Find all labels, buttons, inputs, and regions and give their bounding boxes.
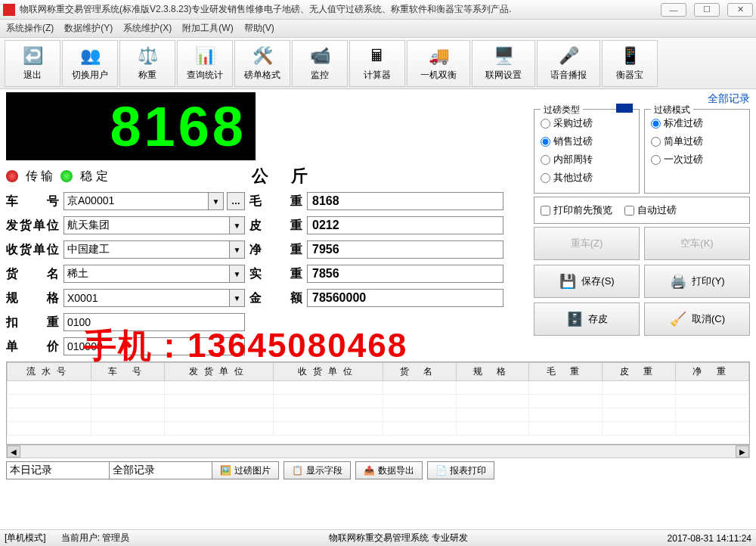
price-input[interactable] [64, 337, 245, 355]
tare-value[interactable]: 0212 [307, 216, 503, 234]
tb-network[interactable]: 🖥️联网设置 [472, 40, 535, 87]
goods-label: 货 名 [6, 266, 59, 282]
mode-simple[interactable]: 简单过磅 [651, 132, 743, 150]
auto-checkbox[interactable]: 自动过磅 [624, 203, 677, 217]
transmit-label: 传 输 [26, 169, 53, 185]
gross-label: 毛 重 [249, 194, 302, 209]
table-row [8, 408, 749, 422]
mode-once[interactable]: 一次过磅 [651, 150, 743, 169]
toolbar: ↩️退出 👥切换用户 ⚖️称重 📊查询统计 🛠️磅单格式 📹监控 🖩计算器 🚚一… [0, 38, 756, 89]
col-header[interactable]: 车 号 [91, 363, 165, 381]
deduct-input[interactable] [64, 313, 245, 331]
storetare-button[interactable]: 🗄️存皮 [534, 302, 640, 336]
tb-voice[interactable]: 🎤语音播报 [537, 40, 600, 87]
col-header[interactable]: 收货单位 [274, 363, 383, 381]
receiver-dropdown[interactable]: ▼ [230, 240, 245, 259]
receiver-input[interactable] [64, 240, 230, 259]
tb-exit[interactable]: ↩️退出 [5, 40, 60, 87]
mode-standard[interactable]: 标准过磅 [651, 114, 743, 132]
type-internal[interactable]: 内部周转 [541, 150, 633, 169]
content: 8168 传 输 稳 定 公 斤 车 号 ▼… 毛 重 8168 发货单位 ▼ … [0, 89, 756, 529]
menu-system[interactable]: 系统操作(Z) [6, 22, 54, 35]
close-button[interactable]: ✕ [727, 3, 753, 17]
carno-more[interactable]: … [227, 192, 245, 210]
col-header[interactable]: 发货单位 [165, 363, 274, 381]
calc-icon: 🖩 [365, 45, 389, 67]
report-icon: 📄 [435, 465, 447, 476]
empty-button[interactable]: 空车(K) [644, 227, 750, 260]
type-purchase[interactable]: 采购过磅 [541, 114, 633, 132]
menu-tools[interactable]: 附加工具(W) [182, 22, 233, 35]
scroll-right[interactable]: ▶ [736, 445, 749, 458]
col-header[interactable]: 皮 重 [603, 363, 676, 381]
sender-dropdown[interactable]: ▼ [230, 216, 245, 234]
save-button[interactable]: 💾保存(S) [534, 265, 640, 298]
truck-icon: 🚚 [426, 45, 451, 67]
spec-input[interactable] [64, 289, 230, 307]
sender-label: 发货单位 [6, 218, 59, 234]
tare-label: 皮 重 [249, 218, 302, 234]
carno-input[interactable] [64, 192, 209, 210]
col-header[interactable]: 流水号 [8, 363, 91, 381]
tb-hqb[interactable]: 📱衡器宝 [602, 40, 658, 87]
menu-data[interactable]: 数据维护(Y) [64, 22, 113, 35]
table-row [8, 422, 749, 436]
goods-input[interactable] [64, 265, 230, 283]
maximize-button[interactable]: ☐ [694, 3, 720, 17]
menu-maintain[interactable]: 系统维护(X) [123, 22, 172, 35]
type-sale[interactable]: 销售过磅 [541, 132, 633, 150]
status-mode: [单机模式] [5, 532, 46, 544]
gross-value[interactable]: 8168 [307, 192, 503, 210]
print-button[interactable]: 🖨️打印(Y) [644, 265, 750, 298]
statusbar: [单机模式] 当前用户: 管理员 物联网称重交易管理系统 专业研发 2017-0… [0, 529, 756, 546]
carno-dropdown[interactable]: ▼ [209, 192, 224, 210]
net-label: 净 重 [249, 242, 302, 258]
records-table[interactable]: 流水号车 号发货单位收货单位货 名规 格毛 重皮 重净 重 [6, 361, 750, 445]
table-row [8, 395, 749, 408]
col-header[interactable]: 货 名 [383, 363, 456, 381]
tb-query[interactable]: 📊查询统计 [177, 40, 233, 87]
tb-calc[interactable]: 🖩计算器 [349, 40, 405, 87]
export-icon: 📤 [364, 465, 375, 476]
menu-help[interactable]: 帮助(V) [244, 22, 274, 35]
left-pane: 8168 传 输 稳 定 公 斤 车 号 ▼… 毛 重 8168 发货单位 ▼ … [6, 92, 529, 355]
minimize-button[interactable]: — [661, 3, 686, 17]
images-button[interactable]: 🖼️过磅图片 [212, 461, 279, 479]
col-header[interactable]: 净 重 [676, 363, 749, 381]
col-header[interactable]: 毛 重 [529, 363, 603, 381]
net-value[interactable]: 7956 [307, 240, 503, 259]
form-grid: 车 号 ▼… 毛 重 8168 发货单位 ▼ 皮 重 0212 收货单位 ▼ 净… [6, 192, 529, 355]
amount-value[interactable]: 78560000 [307, 289, 503, 307]
stable-label: 稳 定 [80, 169, 107, 185]
checkbox-row: 打印前先预览 自动过磅 [534, 197, 750, 224]
h-scrollbar[interactable]: ◀ ▶ [6, 445, 750, 458]
report-button[interactable]: 📄报表打印 [427, 461, 494, 479]
cancel-button[interactable]: 🧹取消(C) [644, 302, 750, 336]
tb-switch-user[interactable]: 👥切换用户 [62, 40, 118, 87]
preview-checkbox[interactable]: 打印前先预览 [541, 203, 612, 217]
camera-icon: 📹 [308, 45, 332, 67]
scroll-left[interactable]: ◀ [7, 445, 20, 458]
deduct-label: 扣 重 [6, 315, 59, 330]
tb-format[interactable]: 🛠️磅单格式 [234, 40, 290, 87]
actual-value[interactable]: 7856 [307, 265, 503, 283]
app-icon [3, 4, 15, 16]
fields-button[interactable]: 📋显示字段 [284, 461, 351, 479]
weight-display: 8168 [6, 92, 256, 160]
heavy-button[interactable]: 重车(Z) [534, 227, 640, 260]
unit-label: 公 斤 [252, 165, 317, 188]
export-button[interactable]: 📤数据导出 [355, 461, 423, 479]
actual-label: 实 重 [249, 266, 302, 282]
right-pane: 全部记录 过磅类型 采购过磅 销售过磅 内部周转 其他过磅 过磅模式 标准过磅 … [534, 92, 750, 355]
status-sys: 物联网称重交易管理系统 专业研发 [329, 532, 467, 544]
titlebar: 物联网称重交易管理系统(标准版V2.3.8.23)专业研发销售维修电子地磅、无人… [0, 0, 756, 20]
col-header[interactable]: 规 格 [456, 363, 529, 381]
type-other[interactable]: 其他过磅 [541, 169, 633, 187]
tb-weigh[interactable]: ⚖️称重 [119, 40, 175, 87]
tb-dual[interactable]: 🚚一机双衡 [407, 40, 470, 87]
tb-monitor[interactable]: 📹监控 [292, 40, 348, 87]
blue-indicator [616, 104, 633, 113]
sender-input[interactable] [64, 216, 230, 234]
goods-dropdown[interactable]: ▼ [230, 265, 245, 283]
spec-dropdown[interactable]: ▼ [230, 289, 245, 307]
